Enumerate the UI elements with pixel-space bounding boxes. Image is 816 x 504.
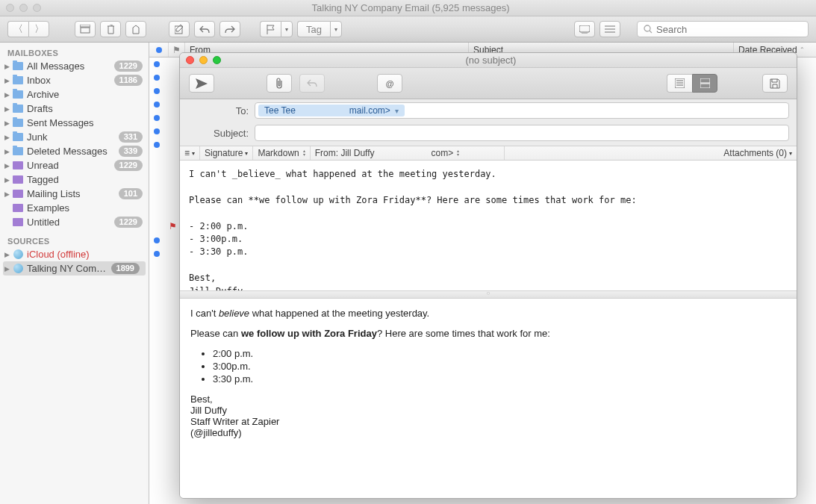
list-item: 2:00 p.m. (213, 348, 786, 359)
search-field[interactable] (637, 21, 809, 37)
smart-folder-icon (13, 175, 23, 184)
to-label: To: (180, 105, 255, 116)
nav-forward-button[interactable]: 〉 (28, 21, 49, 37)
reply-button[interactable] (194, 21, 215, 37)
junk-button[interactable] (125, 21, 146, 37)
zoom-icon[interactable] (213, 56, 221, 64)
count-badge: 1229 (114, 60, 143, 72)
view-mode-2-button[interactable] (692, 74, 717, 93)
send-button[interactable] (189, 74, 214, 93)
main-toolbar: 〈 〉 ▾ Tag ▾ (0, 16, 816, 43)
smart-folder-icon (13, 204, 23, 212)
sidebar-item-sent[interactable]: ▶ Sent Messages (0, 116, 149, 130)
count-badge: 1186 (114, 75, 143, 86)
unread-column[interactable] (149, 43, 169, 57)
window-titlebar: Talking NY Company Email (5,925 messages… (0, 0, 816, 16)
list-item: 3:00p.m. (213, 361, 786, 372)
archive-button[interactable] (75, 21, 96, 37)
flag-menu-button[interactable]: ▾ (281, 21, 293, 37)
folder-icon (13, 62, 23, 70)
trash-button[interactable] (100, 21, 121, 37)
folder-icon (13, 133, 23, 141)
window-title: Talking NY Company Email (5,925 messages… (41, 2, 810, 13)
save-draft-button[interactable] (762, 74, 788, 93)
count-badge: 1229 (114, 217, 143, 228)
splitter-handle[interactable] (180, 291, 797, 299)
tag-menu-button[interactable]: ▾ (330, 21, 342, 37)
search-icon (644, 25, 653, 34)
search-input[interactable] (656, 24, 802, 35)
smart-folder-icon (13, 190, 23, 198)
format-select[interactable]: Markdown▴▾ (253, 146, 310, 160)
svg-rect-0 (80, 25, 90, 27)
preview-signature: Best, Jill Duffy Staff Writer at Zapier … (190, 393, 786, 438)
globe-icon (13, 249, 23, 259)
count-badge: 339 (119, 146, 143, 157)
subject-input[interactable] (255, 125, 789, 141)
compose-titlebar[interactable]: (no subject) (180, 53, 797, 68)
subject-field-row: Subject: (180, 122, 797, 146)
count-badge: 331 (119, 131, 143, 143)
sidebar-item-examples[interactable]: ▶ Examples (0, 201, 149, 215)
preview-list: 2:00 p.m. 3:00p.m. 3:30 p.m. (213, 348, 786, 385)
compose-toolbar: @ (180, 68, 797, 99)
folder-icon (13, 105, 23, 113)
count-badge: 1229 (114, 160, 143, 171)
to-field-row: To: Tee Tee mail.com> ▾ (180, 99, 797, 122)
list-style-button[interactable]: ≡▾ (180, 146, 200, 160)
preview-line: Please can we follow up with Zora Friday… (190, 328, 786, 339)
sidebar-item-inbox[interactable]: ▶ Inbox 1186 (0, 73, 149, 87)
close-icon[interactable] (186, 56, 194, 64)
subject-label: Subject: (180, 128, 255, 139)
globe-icon (13, 264, 23, 273)
list-mode-button[interactable] (599, 21, 620, 37)
smart-folder-icon (13, 161, 23, 169)
preview-line: I can't believe what happened at the mee… (190, 308, 786, 319)
flag-icon (169, 220, 177, 231)
sidebar-source-icloud[interactable]: ▶ iCloud (offline) (0, 247, 149, 261)
list-item: 3:30 p.m. (213, 373, 786, 385)
sources-header: SOURCES (0, 234, 149, 247)
format-bar: ≡▾ Signature ▾ Markdown▴▾ From: Jill Duf… (180, 146, 797, 161)
smart-folder-icon (13, 218, 23, 226)
svg-rect-6 (700, 78, 710, 83)
compose-window: (no subject) @ To: (179, 52, 797, 499)
flag-button[interactable] (260, 21, 281, 37)
signature-select[interactable]: Signature ▾ (200, 146, 253, 160)
folder-icon (13, 119, 23, 127)
sidebar-item-junk[interactable]: ▶ Junk 331 (0, 130, 149, 144)
recipient-pill[interactable]: Tee Tee mail.com> ▾ (258, 105, 405, 116)
sidebar-item-drafts[interactable]: ▶ Drafts (0, 102, 149, 116)
minimize-icon[interactable] (199, 56, 208, 64)
to-input[interactable]: Tee Tee mail.com> ▾ (255, 102, 789, 119)
thread-button[interactable] (574, 21, 595, 37)
sidebar-item-deleted[interactable]: ▶ Deleted Messages 339 (0, 144, 149, 158)
sidebar-item-unread[interactable]: ▶ Unread 1229 (0, 158, 149, 172)
mailboxes-header: MAILBOXES (0, 46, 149, 59)
forward-button[interactable] (219, 21, 240, 37)
from-select[interactable]: From: Jill Duffy com> ▴▾ (311, 146, 505, 160)
view-mode-1-button[interactable] (667, 74, 692, 93)
svg-rect-1 (81, 28, 90, 33)
count-badge: 101 (119, 188, 143, 199)
sidebar-item-mailinglists[interactable]: ▶ Mailing Lists 101 (0, 187, 149, 201)
preview-pane: I can't believe what happened at the mee… (180, 299, 797, 498)
compose-window-controls[interactable] (186, 56, 221, 64)
sidebar-item-untitled[interactable]: ▶ Untitled 1229 (0, 215, 149, 229)
chevron-down-icon[interactable]: ▾ (395, 107, 399, 115)
compose-button[interactable] (169, 21, 190, 37)
markdown-editor[interactable]: I can't _believe_ what happened at the m… (180, 161, 797, 291)
address-button[interactable]: @ (377, 74, 402, 93)
sidebar-item-tagged[interactable]: ▶ Tagged (0, 172, 149, 187)
sidebar-source-talkingny[interactable]: ▶ Talking NY Company... 1899 (3, 261, 146, 276)
attach-button[interactable] (267, 74, 292, 93)
folder-icon (13, 147, 23, 155)
folder-icon (13, 90, 23, 99)
nav-back-button[interactable]: 〈 (7, 21, 28, 37)
sidebar-item-archive[interactable]: ▶ Archive (0, 87, 149, 102)
attachments-select[interactable]: Attachments (0) ▾ (719, 146, 797, 160)
tag-label: Tag (306, 24, 322, 35)
undo-button[interactable] (299, 74, 325, 93)
tag-button[interactable]: Tag (297, 21, 330, 37)
sidebar-item-all-messages[interactable]: ▶ All Messages 1229 (0, 59, 149, 73)
